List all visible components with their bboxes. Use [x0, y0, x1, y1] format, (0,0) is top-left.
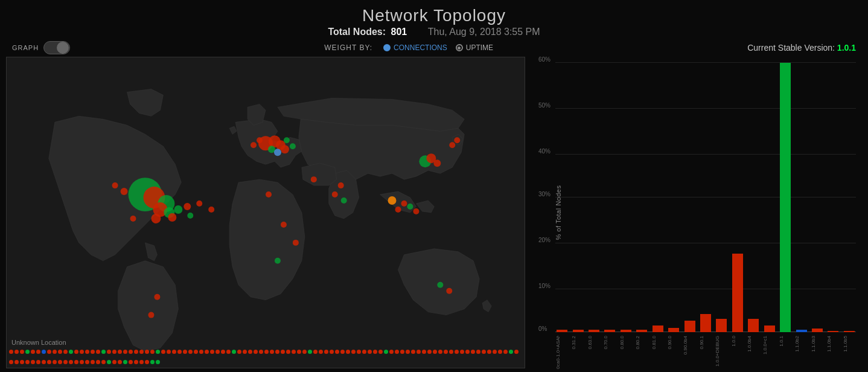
location-dot [36, 350, 40, 354]
chart-bar[interactable] [812, 329, 823, 332]
location-dot [210, 350, 214, 354]
location-dot [395, 350, 399, 354]
bar-group [811, 63, 824, 332]
location-dot [14, 350, 19, 354]
toggle-label: GRAPH [12, 44, 39, 51]
chart-bar[interactable] [716, 319, 727, 332]
chart-bar[interactable] [573, 330, 584, 332]
location-dot [85, 350, 89, 354]
y-tick-label: 40% [538, 147, 550, 154]
location-dot [161, 350, 165, 354]
location-dot [400, 350, 404, 354]
svg-point-35 [338, 182, 344, 188]
chart-bar[interactable] [748, 319, 759, 332]
chart-container: % of Total Nodes 60%50%40%30%20%10%0% 0c… [537, 57, 856, 368]
location-dot [455, 350, 459, 354]
location-dot [58, 360, 62, 364]
chart-bar[interactable] [604, 330, 615, 332]
bar-group [571, 63, 584, 332]
location-dot [139, 360, 144, 364]
x-axis-label: 0.90.1 [699, 336, 712, 349]
location-dot [351, 350, 356, 354]
location-dot [199, 350, 203, 354]
chart-bar[interactable] [621, 330, 631, 332]
location-dot [302, 350, 307, 354]
chart-bar[interactable] [557, 330, 567, 332]
location-dot [112, 350, 116, 354]
location-dot [493, 350, 497, 354]
location-dot [205, 350, 209, 354]
svg-point-43 [437, 282, 443, 288]
location-dot [80, 360, 84, 364]
chart-bar[interactable] [732, 254, 743, 332]
chart-bar[interactable] [828, 331, 838, 332]
location-dot [118, 360, 122, 364]
y-tick-label: 50% [538, 101, 550, 108]
x-axis-label: 1.1.0b2 [794, 336, 808, 352]
location-dot [14, 360, 19, 364]
chart-bar[interactable] [844, 331, 855, 332]
y-tick-label: 10% [538, 282, 550, 289]
version-number: 1.0.1 [837, 43, 856, 53]
chart-section: % of Total Nodes 60%50%40%30%20%10%0% 0c… [531, 57, 862, 368]
location-dot [362, 350, 366, 354]
location-dot [20, 360, 24, 364]
location-dot [237, 350, 241, 354]
location-dot [254, 350, 258, 354]
uptime-radio[interactable]: UPTIME [456, 43, 493, 52]
location-dot [9, 360, 13, 364]
bar-group [699, 63, 712, 332]
location-dot [85, 360, 89, 364]
location-dot [145, 360, 149, 364]
bar-group [779, 63, 792, 332]
connections-label: CONNECTIONS [394, 43, 447, 52]
location-dot [69, 350, 73, 354]
bar-group [667, 63, 680, 332]
y-tick-label: 20% [538, 236, 550, 243]
svg-point-5 [151, 214, 161, 223]
location-dot [482, 350, 486, 354]
location-dot [25, 360, 30, 364]
svg-point-23 [290, 143, 296, 149]
location-dot [460, 350, 464, 354]
chart-bar[interactable] [796, 330, 807, 332]
uptime-label: UPTIME [466, 43, 493, 52]
chart-bar[interactable] [653, 326, 663, 332]
y-tick-label: 60% [538, 56, 550, 63]
chart-bar[interactable] [636, 330, 647, 332]
location-dot [476, 350, 480, 354]
x-axis-label: 0.90.0 [667, 336, 680, 349]
controls-row: GRAPH WEIGHT BY: CONNECTIONS UPTIME Curr… [0, 37, 868, 57]
location-dot [335, 350, 339, 354]
graph-toggle[interactable] [43, 41, 70, 54]
chart-bar[interactable] [780, 63, 791, 332]
main-content: Unknown Location % of Total Nodes 60%50%… [0, 57, 868, 368]
bar-group [794, 63, 808, 332]
location-dot [330, 350, 334, 354]
world-map-svg [7, 57, 525, 368]
connections-radio[interactable]: CONNECTIONS [383, 43, 447, 52]
svg-point-11 [130, 216, 136, 222]
dots-row [7, 346, 525, 368]
chart-bar[interactable] [700, 314, 711, 332]
location-dot [123, 360, 127, 364]
location-dot [58, 350, 62, 354]
bar-group [715, 63, 728, 332]
x-axis-label: 0.80.2 [635, 336, 648, 349]
bar-group [635, 63, 648, 332]
location-dot [498, 350, 502, 354]
svg-point-18 [281, 145, 289, 153]
bar-group [747, 63, 760, 332]
location-dot [42, 360, 46, 364]
location-dot [53, 350, 57, 354]
location-dot [123, 350, 127, 354]
chart-bar[interactable] [668, 328, 679, 332]
chart-bar[interactable] [589, 330, 599, 332]
chart-bars-area [555, 63, 856, 332]
uptime-radio-circle [456, 44, 463, 51]
location-dot [96, 360, 100, 364]
chart-bar[interactable] [764, 326, 775, 332]
bar-group [683, 63, 696, 332]
location-dot [416, 350, 421, 354]
chart-bar[interactable] [685, 321, 695, 332]
